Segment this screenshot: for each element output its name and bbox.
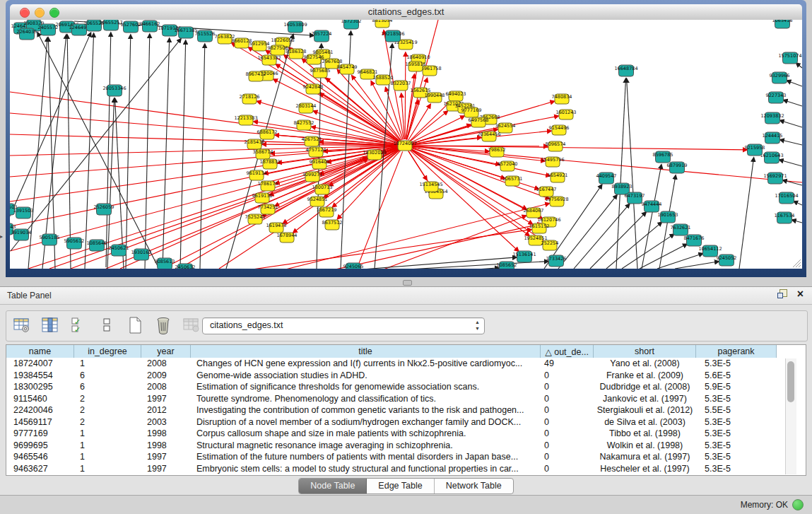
citation-edge-black[interactable] xyxy=(784,100,803,106)
citation-edge-black[interactable] xyxy=(779,160,802,166)
graph-node-yellow[interactable]: 12213383 xyxy=(234,115,257,126)
graph-node-yellow[interactable]: 6494023 xyxy=(446,91,466,102)
graph-node-yellow[interactable]: 8454749 xyxy=(337,64,358,75)
window-titlebar[interactable]: citations_edges.txt xyxy=(10,4,802,21)
split-pane-handle[interactable] xyxy=(403,280,412,286)
citation-edge-black[interactable] xyxy=(115,98,124,269)
citation-edge-black[interactable] xyxy=(180,40,186,269)
citation-edge-black[interactable] xyxy=(675,262,719,269)
citation-edge-red[interactable] xyxy=(10,147,399,251)
graph-node-teal[interactable]: 9245065 xyxy=(343,263,364,269)
graph-node-teal[interactable]: 2450632 xyxy=(175,264,196,269)
graph-node-teal[interactable]: 1391503 xyxy=(13,207,34,218)
graph-node-teal[interactable]: 9245052 xyxy=(717,255,737,266)
citation-edge-black[interactable] xyxy=(792,220,802,223)
table-row[interactable]: 946554611997Estimation of the future num… xyxy=(6,451,806,463)
graph-node-yellow[interactable]: 2803144 xyxy=(296,103,317,114)
network-canvas[interactable]: 1872400718302023193845547163822866012859… xyxy=(10,20,802,269)
graph-node-teal[interactable]: 1733426 xyxy=(546,255,567,267)
memory-status-indicator[interactable] xyxy=(792,499,804,510)
graph-node-teal[interactable]: 20053346 xyxy=(102,85,126,96)
graph-node-yellow[interactable]: 1654921 xyxy=(548,173,568,183)
graph-node-teal[interactable]: 4409547 xyxy=(596,173,617,184)
graph-node-teal[interactable]: 1527602 xyxy=(121,21,141,33)
graph-node-yellow[interactable]: 8322037 xyxy=(391,81,411,91)
tab-network-table[interactable]: Network Table xyxy=(435,479,513,493)
table-row[interactable]: 946362711997Embryonic stem cells: a mode… xyxy=(6,463,806,475)
graph-node-yellow[interactable]: 8967412 xyxy=(246,71,266,82)
graph-node-yellow[interactable]: 9619130 xyxy=(252,193,273,204)
graph-node-yellow[interactable]: 16543382 xyxy=(257,55,281,66)
graph-node-yellow[interactable]: 1800713 xyxy=(312,185,333,195)
delete-column-icon[interactable] xyxy=(153,315,173,336)
citation-edge-black[interactable] xyxy=(616,78,626,269)
table-selector-combo[interactable]: citations_edges.txt ▲▼ xyxy=(202,317,485,334)
citation-edge-black[interactable] xyxy=(107,98,114,269)
graph-node-yellow[interactable]: 1619475 xyxy=(266,223,287,233)
graph-node-teal[interactable]: 15692971 xyxy=(763,173,787,184)
table-scrollbar[interactable] xyxy=(785,358,796,474)
graph-node-teal[interactable]: 9227343 xyxy=(766,92,787,103)
graph-node-yellow[interactable]: 9242848 xyxy=(303,84,324,95)
select-columns-icon[interactable]: ✓✓ xyxy=(69,315,88,336)
graph-node-yellow[interactable]: 1990448 xyxy=(425,93,445,103)
graph-node-teal[interactable]: 1085652 xyxy=(497,262,517,269)
citation-edge-black[interactable] xyxy=(627,78,637,269)
citation-edge-red[interactable] xyxy=(273,79,399,143)
graph-node-teal[interactable]: 1901653 xyxy=(658,211,678,223)
column-header-2[interactable]: year xyxy=(141,345,191,358)
citation-edge-black[interactable] xyxy=(780,120,803,127)
citation-edge-black[interactable] xyxy=(37,33,159,269)
citation-edge-red[interactable] xyxy=(410,111,448,141)
graph-node-yellow[interactable]: 9916405 xyxy=(310,159,330,170)
citation-edge-black[interactable] xyxy=(794,201,802,205)
citation-edge-black[interactable] xyxy=(796,63,803,68)
graph-node-teal[interactable]: 12093832 xyxy=(760,112,784,124)
graph-node-yellow[interactable]: 8096574 xyxy=(546,141,566,152)
graph-node-yellow[interactable]: 3586714 xyxy=(253,149,273,160)
citation-edge-black[interactable] xyxy=(780,140,802,146)
graph-node-yellow[interactable]: 5912954 xyxy=(249,41,270,52)
citation-edge-black[interactable] xyxy=(466,268,499,269)
graph-node-teal[interactable]: 1065416 xyxy=(772,20,793,28)
column-header-3[interactable]: title xyxy=(191,345,541,358)
citation-edge-black[interactable] xyxy=(11,39,181,251)
graph-node-teal[interactable]: 8215958 xyxy=(745,144,765,156)
table-row[interactable]: 977716911998Corpus callosum shape and si… xyxy=(6,428,806,440)
graph-node-yellow[interactable]: 3099271 xyxy=(302,172,323,182)
graph-node-teal[interactable]: 1572302 xyxy=(341,20,362,29)
resize-grip-icon[interactable] xyxy=(793,259,801,267)
citation-edge-black[interactable] xyxy=(67,35,71,269)
column-header-0[interactable]: name xyxy=(6,345,74,358)
graph-node-teal[interactable]: 5905185 xyxy=(40,234,60,245)
citation-edge-black[interactable] xyxy=(145,34,150,269)
graph-node-teal[interactable]: 7857224 xyxy=(312,30,332,42)
citation-edge-black[interactable] xyxy=(622,234,674,269)
graph-node-teal[interactable]: 8596785 xyxy=(653,151,673,163)
table-row[interactable]: 1938455462009Genome-wide association stu… xyxy=(6,370,806,382)
graph-node-teal[interactable]: 5905612 xyxy=(64,238,85,249)
graph-node-yellow[interactable]: 4757124 xyxy=(306,147,326,158)
graph-node-teal[interactable]: 16053809 xyxy=(283,21,307,33)
citation-edge-red[interactable] xyxy=(411,146,545,161)
graph-node-yellow[interactable]: 7734251 xyxy=(258,204,278,215)
tab-edge-table[interactable]: Edge Table xyxy=(367,479,434,493)
graph-node-yellow[interactable]: 1601243 xyxy=(556,110,577,120)
graph-node-teal[interactable]: 9474444 xyxy=(642,201,662,212)
tab-node-table[interactable]: Node Table xyxy=(299,479,367,493)
citation-edge-red[interactable] xyxy=(410,102,451,141)
graph-node-yellow[interactable]: 9524851 xyxy=(307,197,328,207)
graph-node-yellow[interactable]: 1867219 xyxy=(317,207,337,218)
table-row[interactable]: 1830029562008Estimation of significance … xyxy=(6,381,806,393)
citation-edge-black[interactable] xyxy=(163,38,170,269)
graph-node-teal[interactable]: 9085613 xyxy=(155,258,175,269)
column-chooser-icon[interactable] xyxy=(40,315,60,336)
citation-edge-black[interactable] xyxy=(739,158,754,269)
scrollbar-thumb[interactable] xyxy=(787,361,794,402)
citation-edge-red[interactable] xyxy=(406,20,438,139)
graph-node-yellow[interactable]: 9827508 xyxy=(268,45,288,56)
graph-node-yellow[interactable]: 9777169 xyxy=(461,107,482,118)
citation-edge-black[interactable] xyxy=(85,33,94,269)
citation-edge-black[interactable] xyxy=(353,257,517,269)
graph-node-yellow[interactable]: 9154496 xyxy=(549,125,570,136)
